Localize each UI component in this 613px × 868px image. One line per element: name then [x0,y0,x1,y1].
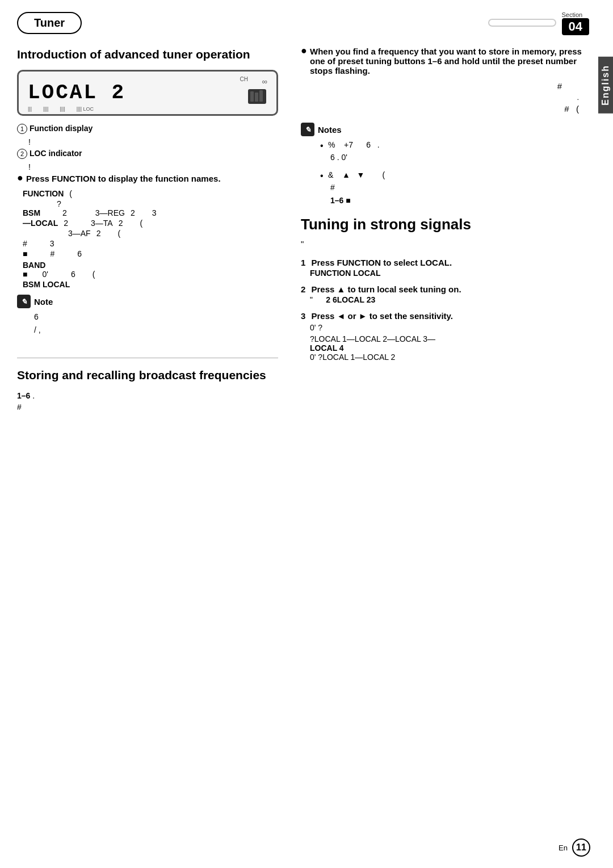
hash-row: # 3 [23,239,278,248]
function-row-header: FUNCTION ( [23,189,278,198]
note-label-left: Note [34,297,53,307]
note-bullet-2: • & ▲ ▼ ( # 1–6 ■ [318,169,596,207]
display-bottom-labels: ||||||||||||||| LOC [28,106,94,112]
storing-heading: Storing and recalling broadcast frequenc… [17,367,278,383]
storing-section: Storing and recalling broadcast frequenc… [17,367,278,411]
af-label: 3—AF [68,229,91,238]
function-display-label: Function display [30,124,93,133]
sensitivity-line: 0' ? [310,323,596,332]
tuning-heading: Tuning in strong signals [301,216,596,233]
bsm-num: 2 [62,208,67,217]
notes-header-right: ✎ Notes [301,123,596,136]
notes-label-right: Notes [318,125,342,135]
af-paren: ( [117,229,120,238]
note-1-text: % +7 6 . 6 . 0' [328,139,380,164]
display-ch-label: CH [240,76,248,82]
note-2-text: & ▲ ▼ ( # 1–6 ■ [328,169,385,207]
step-1-text: Press FUNCTION to select LOCAL. [312,258,452,267]
en-label: En [559,844,568,852]
display-infinity: ∞ [262,77,267,86]
function-table: FUNCTION ( ? BSM 2 3—REG 2 3 —LOCAL 2 3—… [17,189,278,289]
notes-box-right: ✎ Notes • % +7 6 . [301,123,596,207]
hash-paren-1: # [301,81,596,91]
note-dot-2: • [320,169,328,183]
step-2: 2 Press ▲ to turn local seek tuning on. … [301,284,596,304]
storing-text: 1–6 . [17,391,278,400]
note-2-line3: 1–6 ■ [328,194,385,207]
hash-paren-area: . [301,93,596,102]
local-chain-2: 0' ?LOCAL 1—LOCAL 2 [310,353,596,362]
page-header: Tuner Section 04 [0,0,613,41]
note-box-left: ✎ Note 6 / , [17,295,278,349]
section-label: Section [562,11,583,18]
press-function-section: ● Press FUNCTION to display the function… [17,174,278,183]
store-frequency-section: ● When you find a frequency that you wan… [301,47,596,76]
local4-label: LOCAL 4 [310,343,596,353]
step-2-sub: " 2 6LOCAL 23 [301,295,596,304]
band-row: ■ 0' 6 ( [23,270,278,279]
hash-symbol: # [23,239,27,248]
bsm-row: BSM 2 3—REG 2 3 [23,208,278,217]
af-row: 3—AF 2 ( [23,229,278,238]
reg-label: 3—REG [95,208,125,217]
step-1-sub: FUNCTION LOCAL [301,269,596,278]
step-1-num: 1 [301,258,305,267]
local-paren: ( [140,219,142,228]
step-2-num: 2 [301,284,305,294]
local-num: 2 [64,219,68,228]
item2-exclaim: ! [17,162,278,171]
right-column: ● When you find a frequency that you wan… [295,41,596,412]
band-num: 6 [71,270,75,279]
section-divider [17,358,278,358]
af-num: 2 [96,229,101,238]
display-icon [247,88,267,108]
item-function-display: 1 Function display [17,124,278,134]
ta-num: 2 [119,219,123,228]
bsm-label: BSM [23,208,57,217]
svg-rect-2 [255,93,258,102]
note-text1: 6 [34,311,278,323]
circle-1: 1 [17,124,27,134]
left-column: Introduction of advanced tuner operation… [17,41,295,412]
bullet-dot-right1: ● [301,45,310,56]
section-number: 04 [562,18,589,35]
local-row: —LOCAL 2 3—TA 2 ( [23,219,278,228]
loc-indicator-label: LOC indicator [30,149,82,158]
note-dot-1: • [320,139,328,153]
reg-num: 2 [131,208,135,217]
circle-2: 2 [17,149,27,159]
square-hash-row: ■ # 6 [23,249,278,258]
band-paren: ( [93,270,95,279]
function-paren: ( [69,189,72,198]
step-2-text: Press ▲ to turn local seek tuning on. [312,284,461,294]
note-hash-square [34,336,278,349]
section-badge: Section 04 [488,10,596,35]
note-1-line2: 6 . 0' [328,151,380,163]
display-text: LOCAL 2 [28,81,125,104]
note-icon-left: ✎ [17,295,31,308]
svg-rect-1 [250,91,254,102]
hash-paren-2: # ( [301,104,596,114]
page-footer: En 11 [559,838,590,857]
press-function-text: Press FUNCTION to display the function n… [26,174,221,183]
step-3-text: Press ◄ or ► to set the sensitivity. [312,311,454,321]
note-bullet-1: • % +7 6 . 6 . 0' [318,139,596,164]
function-key-label: FUNCTION [23,189,64,198]
square-sym: ■ [23,249,27,258]
svg-rect-3 [259,90,263,102]
note-header-left: ✎ Note [17,295,278,308]
step-3-num: 3 [301,311,305,321]
display-mockup: LOCAL 2 ∞ CH ||||||||||||||| LOC [17,70,278,116]
store-frequency-bullet: ● When you find a frequency that you wan… [301,47,596,76]
notes-content-right: • % +7 6 . 6 . 0' [301,139,596,207]
page-number: 11 [572,838,590,857]
function-question: ? [23,199,278,208]
dash-local: —LOCAL [23,219,58,228]
tuning-quote: " [301,239,596,249]
step-1: 1 Press FUNCTION to select LOCAL. FUNCTI… [301,258,596,278]
band-label: BAND [23,261,278,270]
display-right-area: ∞ [247,77,267,108]
item1-exclaim: ! [17,137,278,146]
ta-label: 3—TA [91,219,113,228]
hash-num: 3 [50,239,54,248]
